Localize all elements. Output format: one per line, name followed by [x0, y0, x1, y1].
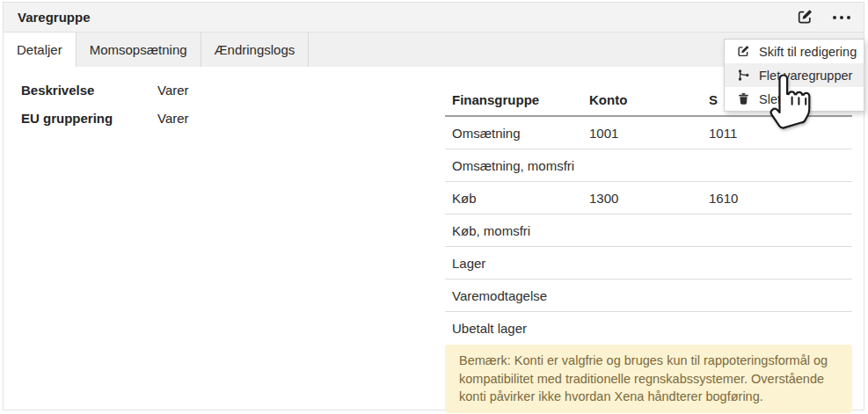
- tab-label: Detaljer: [17, 42, 62, 57]
- menu-item-slet[interactable]: Slet: [725, 87, 864, 111]
- accounts-section: Finansgruppe Konto S Omsætning 1001 1011…: [445, 84, 852, 413]
- field-row-eu-gruppering: EU gruppering Varer: [21, 111, 189, 126]
- tab-label: Ændringslogs: [215, 42, 295, 57]
- table-body: Omsætning 1001 1011 Omsætning, momsfri K…: [445, 117, 852, 345]
- table-row: Varemodtagelse: [445, 280, 852, 312]
- table-cell: 1610: [709, 191, 852, 206]
- table-cell: Køb, momsfri: [445, 223, 589, 238]
- table-cell: Ubetalt lager: [445, 321, 589, 336]
- note-box: Bemærk: Konti er valgfrie og bruges kun …: [445, 345, 852, 413]
- table-cell: 1011: [709, 126, 852, 141]
- tab-aendringslogs[interactable]: Ændringslogs: [201, 33, 310, 67]
- table-cell: Lager: [445, 256, 589, 271]
- table-cell: Omsætning: [445, 126, 589, 141]
- table-cell: 1300: [589, 191, 709, 206]
- tab-label: Momsopsætning: [90, 42, 187, 57]
- edit-icon[interactable]: [795, 8, 814, 27]
- table-row: Køb 1300 1610: [445, 182, 852, 214]
- ellipsis-icon[interactable]: [832, 8, 851, 27]
- table-row: Køb, momsfri: [445, 214, 852, 247]
- table-row: Omsætning 1001 1011: [445, 117, 852, 149]
- table-row: Ubetalt lager: [445, 312, 852, 345]
- field-row-beskrivelse: Beskrivelse Varer: [21, 83, 189, 98]
- menu-item-flet-varegrupper[interactable]: Flet varegrupper: [725, 63, 864, 87]
- table-header-konto: Konto: [589, 92, 709, 107]
- tab-detaljer[interactable]: Detaljer: [4, 33, 77, 67]
- field-value: Varer: [157, 83, 189, 98]
- field-value: Varer: [157, 111, 189, 126]
- detail-fields: Beskrivelse Varer EU gruppering Varer: [21, 83, 189, 139]
- tab-momsopsaetning[interactable]: Momsopsætning: [77, 33, 201, 67]
- page-title: Varegruppe: [18, 10, 91, 25]
- table-row: Lager: [445, 247, 852, 280]
- varegruppe-page: Varegruppe: [0, 0, 868, 414]
- menu-item-label: Flet varegrupper: [759, 69, 852, 83]
- title-bar: Varegruppe: [4, 3, 864, 33]
- menu-item-label: Slet: [759, 92, 781, 106]
- table-row: Omsætning, momsfri: [445, 149, 852, 182]
- context-menu: Skift til redigering Flet varegrupper: [724, 39, 864, 112]
- table-cell: 1001: [589, 126, 709, 141]
- merge-icon: [736, 69, 750, 83]
- details-content: Beskrivelse Varer EU gruppering Varer Fi…: [4, 67, 864, 410]
- table-cell: Køb: [445, 191, 589, 206]
- menu-item-skift-til-redigering[interactable]: Skift til redigering: [725, 40, 864, 63]
- trash-icon: [736, 92, 750, 106]
- table-cell: Varemodtagelse: [445, 288, 589, 303]
- table-cell: Omsætning, momsfri: [445, 158, 589, 173]
- menu-item-label: Skift til redigering: [759, 45, 857, 59]
- title-bar-actions: [795, 8, 851, 27]
- edit-icon: [736, 45, 750, 59]
- field-label: EU gruppering: [21, 111, 157, 126]
- field-label: Beskrivelse: [21, 83, 157, 98]
- table-header-finansgruppe: Finansgruppe: [445, 92, 589, 107]
